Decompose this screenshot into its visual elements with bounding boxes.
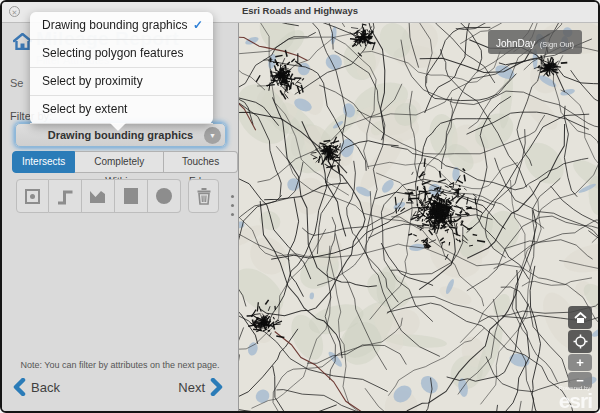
map-home-button[interactable] xyxy=(568,306,592,329)
chevron-left-icon xyxy=(12,378,26,396)
chevron-right-icon xyxy=(210,378,224,396)
clear-graphics-button[interactable] xyxy=(188,179,219,213)
menu-item-label: Select by extent xyxy=(42,102,127,116)
tab-completely-within[interactable]: Completely Within xyxy=(75,151,164,173)
chevron-down-icon[interactable]: ▼ xyxy=(204,127,221,144)
locate-button[interactable] xyxy=(568,330,592,353)
selection-method-menu: Drawing bounding graphics ✓ Selecting po… xyxy=(30,12,213,124)
circle-icon xyxy=(156,188,172,204)
user-name: JohnDay xyxy=(496,38,535,49)
menu-item-drawing-bounding-graphics[interactable]: Drawing bounding graphics ✓ xyxy=(30,12,213,40)
map-view[interactable]: JohnDay (Sign Out) + − xyxy=(239,22,598,411)
note-text: Note: You can filter by attributes on th… xyxy=(2,360,238,370)
esri-brand: esri xyxy=(559,391,592,410)
popup-caret xyxy=(110,123,126,131)
basemap-roads[interactable] xyxy=(239,22,598,411)
draw-tool-group xyxy=(16,179,181,213)
tab-intersects[interactable]: Intersects xyxy=(12,151,75,173)
panel-resize-handle[interactable] xyxy=(231,195,234,222)
menu-item-label: Drawing bounding graphics xyxy=(42,18,187,32)
esri-logo: Powered by esri xyxy=(559,385,592,410)
back-button[interactable]: Back xyxy=(12,378,65,396)
user-badge[interactable]: JohnDay (Sign Out) xyxy=(488,30,582,54)
draw-polygon-button[interactable] xyxy=(82,179,115,213)
rectangle-icon xyxy=(124,188,138,204)
polyline-icon xyxy=(56,188,74,205)
occluded-label: Se xyxy=(10,77,23,89)
tab-touches-edge[interactable]: Touches Edge xyxy=(164,151,238,173)
home-icon xyxy=(574,312,587,324)
trash-icon xyxy=(196,187,212,205)
zoom-in-button[interactable]: + xyxy=(568,354,592,371)
polygon-icon xyxy=(89,189,107,204)
point-icon xyxy=(25,189,40,204)
app-window: ✕ Esri Roads and Highways Mileage Report… xyxy=(0,0,600,413)
draw-polyline-button[interactable] xyxy=(49,179,82,213)
menu-item-label: Selecting polygon features xyxy=(42,46,183,60)
map-controls: + − xyxy=(568,306,592,390)
next-label: Next xyxy=(178,380,205,395)
menu-item-label: Select by proximity xyxy=(42,74,143,88)
next-button[interactable]: Next xyxy=(173,378,224,396)
draw-point-button[interactable] xyxy=(16,179,49,213)
draw-circle-button[interactable] xyxy=(148,179,181,213)
menu-item-select-by-proximity[interactable]: Select by proximity xyxy=(30,68,213,96)
menu-item-selecting-polygon-features[interactable]: Selecting polygon features xyxy=(30,40,213,68)
check-icon: ✓ xyxy=(193,12,203,39)
draw-rectangle-button[interactable] xyxy=(115,179,148,213)
locate-icon xyxy=(573,334,588,349)
back-label: Back xyxy=(31,380,60,395)
spatial-relation-tabs: Intersects Completely Within Touches Edg… xyxy=(12,151,238,173)
sign-out-link[interactable]: (Sign Out) xyxy=(540,40,574,49)
menu-item-select-by-extent[interactable]: Select by extent xyxy=(30,96,213,124)
